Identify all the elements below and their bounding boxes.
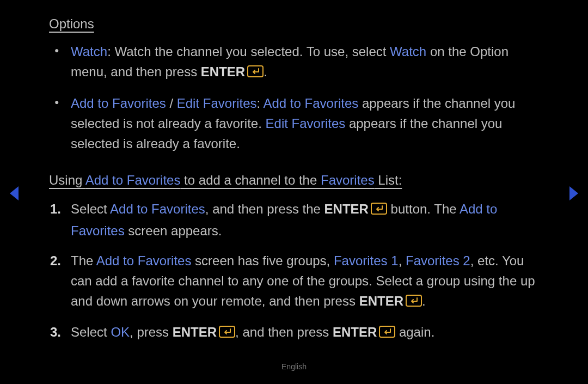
keyword-add-favorites: Add to Favorites <box>85 173 181 187</box>
text: The <box>71 253 96 268</box>
enter-icon <box>219 323 235 343</box>
text: Select <box>71 325 111 339</box>
keyword-edit-favorites: Edit Favorites <box>266 116 346 131</box>
text: button. The <box>387 202 460 216</box>
keyword-add-favorites: Add to Favorites <box>96 253 192 268</box>
text: Using <box>49 173 85 187</box>
nav-prev-icon[interactable] <box>8 185 21 202</box>
text: : Watch the channel you selected. To use… <box>107 44 390 59</box>
enter-label: ENTER <box>173 325 217 339</box>
keyword-add-favorites: Add to Favorites <box>71 96 166 111</box>
text: Select <box>71 202 110 216</box>
svg-marker-2 <box>569 186 578 200</box>
nav-next-icon[interactable] <box>567 185 580 202</box>
text: : <box>256 96 263 111</box>
enter-label: ENTER <box>333 325 377 339</box>
keyword-add-favorites: Add to Favorites <box>110 202 205 216</box>
footer-language: English <box>0 361 588 373</box>
enter-label: ENTER <box>324 202 369 216</box>
enter-icon <box>247 63 264 83</box>
bullet-watch: Watch: Watch the channel you selected. T… <box>71 41 539 83</box>
enter-icon <box>379 323 395 343</box>
keyword-watch: Watch <box>390 44 426 59</box>
enter-label: ENTER <box>359 294 403 308</box>
keyword-favorites-1: Favorites 1 <box>334 253 399 268</box>
text: . <box>422 294 426 308</box>
bullet-favorites: Add to Favorites / Edit Favorites: Add t… <box>71 93 539 154</box>
enter-label: ENTER <box>201 64 245 79</box>
section-title: Options <box>49 14 539 34</box>
enter-icon <box>406 292 422 312</box>
text: , press <box>130 325 173 339</box>
text: screen appears. <box>125 223 222 238</box>
step-2: The Add to Favorites screen has five gro… <box>71 251 539 313</box>
step-3: Select OK, press ENTER, and then press E… <box>71 322 539 343</box>
text: / <box>166 96 177 111</box>
text: , <box>399 253 406 268</box>
keyword-add-favorites: Add to Favorites <box>264 96 359 111</box>
keyword-edit-favorites: Edit Favorites <box>177 96 257 111</box>
keyword-watch: Watch <box>71 44 107 59</box>
enter-icon <box>371 200 387 220</box>
text: again. <box>395 325 434 339</box>
text: , and then press <box>235 325 333 339</box>
text: screen has five groups, <box>191 253 333 268</box>
text: List: <box>375 173 402 187</box>
keyword-favorites-2: Favorites 2 <box>406 253 470 268</box>
text: , and then press the <box>205 202 324 216</box>
svg-marker-1 <box>10 186 19 200</box>
text: . <box>264 64 267 79</box>
text: to add a channel to the <box>180 173 321 187</box>
keyword-favorites: Favorites <box>321 173 375 187</box>
step-1: Select Add to Favorites, and then press … <box>71 199 539 240</box>
subheading: Using Add to Favorites to add a channel … <box>49 170 539 190</box>
keyword-ok: OK <box>111 325 130 339</box>
